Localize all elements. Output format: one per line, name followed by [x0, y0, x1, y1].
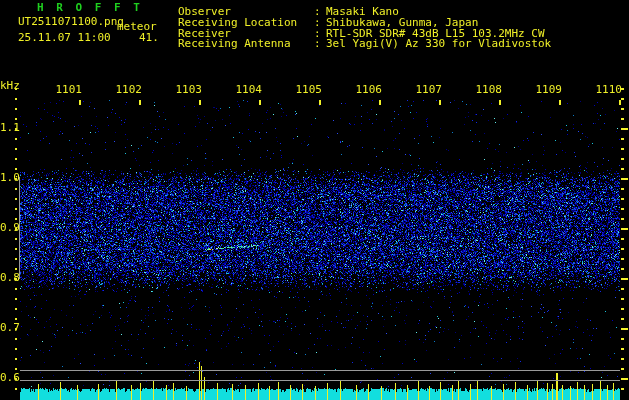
observation-datetime: 25.11.07 11:00: [18, 32, 111, 44]
tick-mark: [15, 228, 17, 230]
tick-mark: [621, 348, 624, 350]
time-tick-label: 1107: [406, 84, 442, 96]
tick-mark: [15, 268, 17, 270]
tick-mark: [621, 108, 624, 110]
tick-mark: [15, 258, 17, 260]
tick-mark: [15, 168, 17, 170]
tick-mark: [15, 208, 17, 210]
tick-mark: [199, 100, 201, 105]
time-tick-label: 1105: [286, 84, 322, 96]
tick-mark: [15, 378, 17, 380]
time-tick-label: 1106: [346, 84, 382, 96]
tick-mark: [621, 318, 624, 320]
spectrogram-canvas: [0, 0, 629, 400]
tick-mark: [15, 308, 17, 310]
tick-mark: [621, 338, 624, 340]
tick-mark: [15, 108, 17, 110]
tick-mark: [15, 88, 17, 90]
tick-mark: [15, 248, 17, 250]
tick-mark: [621, 128, 628, 130]
lower-gray-line: [20, 380, 620, 381]
tick-mark: [621, 178, 628, 180]
tick-mark: [15, 128, 17, 130]
tick-mark: [15, 348, 17, 350]
tick-mark: [15, 158, 17, 160]
tick-mark: [15, 138, 17, 140]
tick-mark: [621, 258, 624, 260]
time-tick-label: 1109: [526, 84, 562, 96]
app-title: H R O F F T: [37, 2, 143, 14]
tick-mark: [15, 288, 17, 290]
freq-axis-unit: kHz: [0, 80, 20, 92]
time-tick-label: 1101: [46, 84, 82, 96]
tick-mark: [621, 268, 624, 270]
info-value: 3el Yagi(V) Az 330 for Vladivostok: [326, 38, 551, 50]
tick-mark: [15, 98, 17, 100]
tick-mark: [15, 328, 17, 330]
tick-mark: [621, 248, 624, 250]
tick-mark: [621, 158, 624, 160]
echo-count: 41.: [139, 32, 159, 44]
tick-mark: [621, 278, 628, 280]
tick-mark: [621, 308, 624, 310]
tick-mark: [15, 358, 17, 360]
tick-mark: [439, 100, 441, 105]
tick-mark: [621, 118, 624, 120]
tick-mark: [499, 100, 501, 105]
tick-mark: [621, 198, 624, 200]
tick-mark: [15, 118, 17, 120]
tick-mark: [621, 208, 624, 210]
time-tick-label: 1102: [106, 84, 142, 96]
tick-mark: [15, 338, 17, 340]
tick-mark: [15, 148, 17, 150]
tick-mark: [621, 148, 624, 150]
time-tick-label: 1108: [466, 84, 502, 96]
upper-gray-line: [20, 370, 620, 371]
tick-mark: [621, 358, 624, 360]
tick-mark: [621, 238, 624, 240]
tick-mark: [15, 388, 17, 390]
tick-mark: [15, 278, 17, 280]
tick-mark: [621, 218, 624, 220]
tick-mark: [15, 238, 17, 240]
tick-mark: [621, 138, 624, 140]
tick-mark: [559, 100, 561, 105]
tick-mark: [259, 100, 261, 105]
tick-mark: [621, 98, 624, 100]
tick-mark: [15, 318, 17, 320]
tick-mark: [79, 100, 81, 105]
tick-mark: [621, 188, 624, 190]
info-label: Receiving Antenna: [178, 38, 291, 50]
tick-mark: [15, 198, 17, 200]
tick-mark: [621, 388, 624, 390]
tick-mark: [139, 100, 141, 105]
tick-mark: [621, 298, 624, 300]
tick-mark: [15, 178, 17, 180]
tick-mark: [621, 88, 624, 90]
tick-mark: [15, 188, 17, 190]
tick-mark: [379, 100, 381, 105]
tick-mark: [319, 100, 321, 105]
tick-mark: [621, 328, 628, 330]
hrofft-screen: H R O F F T UT2511071100.png meteor 25.1…: [0, 0, 629, 400]
tick-mark: [621, 168, 624, 170]
band-left-border-line: [19, 177, 20, 279]
tick-mark: [621, 368, 624, 370]
info-separator: :: [314, 38, 321, 50]
tick-mark: [621, 288, 624, 290]
tick-mark: [15, 218, 17, 220]
tick-mark: [621, 228, 628, 230]
time-tick-label: 1110: [586, 84, 622, 96]
tick-mark: [15, 298, 17, 300]
time-tick-label: 1104: [226, 84, 262, 96]
time-tick-label: 1103: [166, 84, 202, 96]
tick-mark: [15, 368, 17, 370]
output-filename: UT2511071100.png: [18, 16, 124, 28]
tick-mark: [619, 100, 621, 105]
tick-mark: [621, 378, 628, 380]
